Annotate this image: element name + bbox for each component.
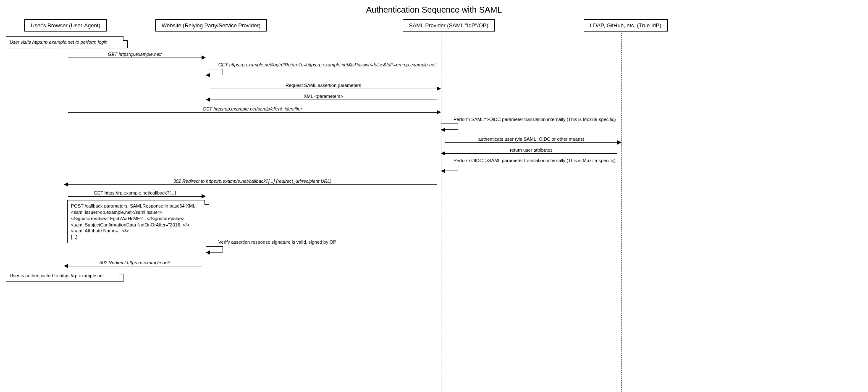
sequence-diagram: Authentication Sequence with SAML User's… xyxy=(0,0,868,392)
msg-return-attrs: return user attributes xyxy=(441,145,621,154)
participant-saml: SAML Provider (SAML "IdP"/OP) xyxy=(403,19,495,32)
lifeline-idp xyxy=(621,33,622,392)
msg-redirect-callback: 302 Redirect to https:rp.example.net/cal… xyxy=(64,176,441,185)
msg-request-assertion: Request SAML assertion parameters xyxy=(206,81,441,89)
lifeline-saml xyxy=(441,33,441,392)
msg-authenticate: authenticate user (via SAML, OIDC or oth… xyxy=(441,134,621,143)
msg-xml-parameters: XML <parameters> xyxy=(206,92,441,100)
msg-get-callback: GET https://rp.example.net/callback?[...… xyxy=(64,188,206,197)
participant-idp: LDAP, GitHub, etc. (True IdP) xyxy=(584,19,668,32)
msg-final-redirect: 302 Redirect https:rp.example.net/ xyxy=(64,258,206,266)
note-authenticated: User is authenticated to https://rp.exam… xyxy=(6,270,123,282)
participant-website: Website (Relying Party/Service Provider) xyxy=(155,19,267,32)
note-visit: User visits https:rp.example.net to perf… xyxy=(6,36,128,48)
participant-browser: User's Browser (User-Agent) xyxy=(24,19,107,32)
note-post-callback: POST /callback parameters: SAMLResponse … xyxy=(67,200,209,243)
msg-get-samlp: GET https:op.example.net/samlp/client_id… xyxy=(64,104,441,113)
note-authenticated-text: User is authenticated to https://rp.exam… xyxy=(10,273,104,278)
note-visit-text: User visits https:rp.example.net to perf… xyxy=(10,39,108,45)
msg-get-root: GET https:rp.example.net/ xyxy=(64,50,206,58)
lifeline-browser xyxy=(64,33,64,392)
diagram-title: Authentication Sequence with SAML xyxy=(0,5,868,15)
